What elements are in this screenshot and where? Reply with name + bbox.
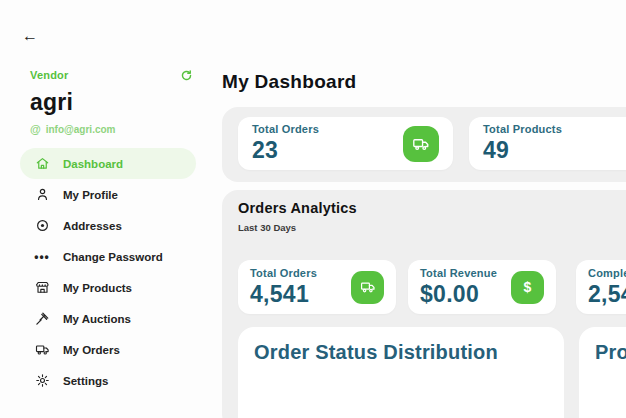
truck-icon [34, 342, 50, 358]
gear-icon [34, 373, 50, 389]
total-products-card: Total Products 49 [469, 117, 626, 170]
sidebar-item-label: My Products [63, 282, 132, 294]
sidebar-item-my-auctions[interactable]: My Auctions [20, 303, 196, 334]
sidebar-item-addresses[interactable]: Addresses [20, 210, 196, 241]
storefront-icon [34, 280, 50, 296]
sidebar-item-my-profile[interactable]: My Profile [20, 179, 196, 210]
sidebar-item-my-products[interactable]: My Products [20, 272, 196, 303]
stat-value: 23 [252, 137, 319, 164]
vendor-role-label: Vendor [30, 69, 69, 81]
sidebar-item-label: Addresses [63, 220, 122, 232]
analytics-subtitle: Last 30 Days [238, 222, 296, 233]
person-icon [34, 187, 50, 203]
back-button[interactable]: ← [22, 28, 38, 44]
sidebar-item-label: My Orders [63, 344, 120, 356]
truck-icon [360, 279, 376, 295]
stat-value: 49 [483, 137, 562, 164]
summary-section: Total Orders 23 Total Products 49 [222, 107, 626, 182]
stat-label: Total Orders [252, 123, 319, 135]
vendor-email-text: info@agri.com [46, 124, 116, 135]
analytics-title: Orders Analytics [238, 200, 357, 216]
sidebar-item-settings[interactable]: Settings [20, 365, 196, 396]
sidebar: Vendor agri @ info@agri.com Dashboard [20, 68, 196, 396]
products-panel: Pro [579, 327, 626, 418]
sidebar-item-label: My Profile [63, 189, 118, 201]
refresh-icon [180, 69, 193, 82]
truck-icon-badge [351, 271, 384, 304]
orders-analytics-section: Orders Analytics Last 30 Days Total Orde… [222, 190, 626, 418]
at-icon: @ [30, 124, 41, 135]
stat-label: Comple [588, 267, 626, 279]
dollar-icon: $ [511, 271, 544, 304]
gavel-icon [34, 311, 50, 327]
stat-value: 2,54 [588, 281, 626, 308]
truck-icon-badge [403, 126, 439, 162]
order-status-distribution-panel: Order Status Distribution [238, 327, 564, 418]
stat-label: Total Orders [250, 267, 317, 279]
analytics-total-revenue-card: Total Revenue $0.00 $ [408, 260, 556, 314]
refresh-button[interactable] [180, 68, 194, 82]
vendor-email: @ info@agri.com [30, 124, 196, 135]
sidebar-menu: Dashboard My Profile Addresses ••• Chang… [20, 148, 196, 396]
analytics-completed-card: Comple 2,54 [576, 260, 626, 314]
panel-title: Order Status Distribution [254, 341, 548, 364]
ellipsis-icon: ••• [34, 249, 50, 265]
stat-value: 4,541 [250, 281, 317, 308]
truck-icon [412, 135, 430, 153]
page-title: My Dashboard [222, 71, 357, 93]
sidebar-item-change-password[interactable]: ••• Change Password [20, 241, 196, 272]
home-icon [34, 156, 50, 172]
analytics-total-orders-card: Total Orders 4,541 [238, 260, 396, 314]
sidebar-item-label: Change Password [63, 251, 163, 263]
sidebar-item-my-orders[interactable]: My Orders [20, 334, 196, 365]
panel-title: Pro [595, 341, 626, 364]
sidebar-item-label: My Auctions [63, 313, 131, 325]
vendor-name: agri [30, 89, 196, 116]
sidebar-item-dashboard[interactable]: Dashboard [20, 148, 196, 179]
stat-label: Total Revenue [420, 267, 497, 279]
stat-value: $0.00 [420, 281, 497, 308]
sidebar-item-label: Dashboard [63, 158, 123, 170]
total-orders-card: Total Orders 23 [238, 117, 453, 170]
sidebar-item-label: Settings [63, 375, 108, 387]
stat-label: Total Products [483, 123, 562, 135]
target-icon [34, 218, 50, 234]
